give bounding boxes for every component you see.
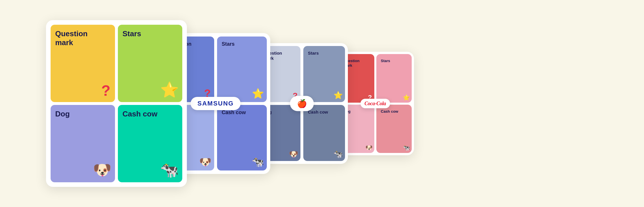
dog-icon-3: 🐶 (289, 150, 298, 159)
cell-label-stars-3: Stars (308, 51, 340, 56)
dog-icon-2: 🐶 (199, 156, 211, 168)
cow-icon-2: 🐄 (252, 156, 264, 168)
cell-stars-4: Stars ⭐ (376, 54, 412, 103)
cell-label-cow-1: Cash cow (122, 110, 178, 118)
dog-icon-1: 🐶 (93, 161, 112, 179)
cell-cash-cow-3: Cash cow 🐄 (303, 105, 345, 161)
cell-stars-1: Stars ⭐ (118, 25, 182, 102)
samsung-logo: SAMSUNG (198, 100, 234, 107)
star-icon-2: ⭐ (252, 88, 264, 99)
cell-label-dog-1: Dog (55, 110, 110, 118)
cell-cash-cow-1: Cash cow 🐄 (118, 105, 182, 182)
bcg-card-plain: Questionmark ? Stars ⭐ Dog 🐶 Cash cow 🐄 (46, 20, 187, 187)
cell-cash-cow-4: Cash cow 🐄 (376, 105, 412, 153)
cell-label-question-1: Questionmark (55, 29, 110, 47)
cell-label-stars-1: Stars (122, 29, 178, 38)
star-icon-1: ⭐ (160, 81, 179, 99)
cell-question-mark-1: Questionmark ? (51, 25, 115, 102)
apple-logo: 🍎 (297, 99, 307, 108)
cell-stars-3: Stars ⭐ (303, 46, 345, 102)
cards-container: Questionmark ? Stars ⭐ Dog 🐶 Cash cow 🐄 … (20, 12, 624, 195)
cocacola-logo: Coca-Cola (365, 101, 386, 107)
cell-label-cow-2: Cash cow (222, 110, 262, 116)
cow-icon-3: 🐄 (334, 150, 343, 159)
cow-icon-4: 🐄 (403, 144, 410, 151)
samsung-logo-container: SAMSUNG (191, 97, 241, 110)
cell-label-cow-3: Cash cow (308, 110, 340, 115)
cell-cash-cow-2: Cash cow 🐄 (217, 105, 267, 170)
star-icon-3: ⭐ (334, 91, 343, 100)
bcg-card-cocacola: Questionmark ? Stars ⭐ Dog 🐶 Cash cow 🐄 … (336, 52, 414, 155)
cell-dog-1: Dog 🐶 (51, 105, 115, 182)
cell-stars-2: Stars ⭐ (217, 37, 267, 102)
dog-icon-4: 🐶 (365, 144, 373, 151)
star-icon-4: ⭐ (403, 94, 410, 101)
cell-label-stars-4: Stars (381, 59, 407, 63)
cell-label-stars-2: Stars (222, 41, 262, 47)
cocacola-logo-container: Coca-Cola (361, 99, 390, 108)
cell-label-cow-4: Cash cow (381, 109, 407, 114)
question-icon-1: ? (101, 82, 110, 99)
apple-logo-container: 🍎 (290, 96, 314, 111)
cow-icon-1: 🐄 (160, 161, 179, 179)
